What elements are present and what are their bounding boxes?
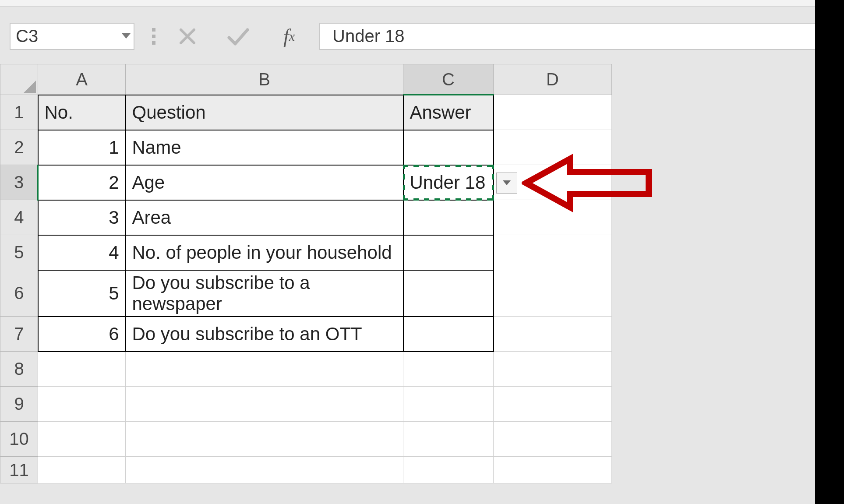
- row-header-2[interactable]: 2: [0, 130, 38, 165]
- col-header-B[interactable]: B: [126, 64, 403, 95]
- cell-C4[interactable]: [403, 200, 494, 235]
- col-header-C[interactable]: C: [403, 64, 494, 95]
- cancel-icon[interactable]: [175, 24, 200, 49]
- cell-A7[interactable]: 6: [38, 317, 126, 352]
- window-top-strip: [0, 0, 844, 7]
- worksheet[interactable]: A B C D 1 No. Question Answer 2 1 Name: [0, 64, 844, 504]
- cell-C5[interactable]: [403, 235, 494, 270]
- cell-C9[interactable]: [403, 387, 494, 422]
- cell-B5[interactable]: No. of people in your household: [126, 235, 403, 270]
- formula-input-value: Under 18: [332, 26, 405, 46]
- cell-C10[interactable]: [403, 422, 494, 457]
- row-header-7[interactable]: 7: [0, 317, 38, 352]
- cell-A10[interactable]: [38, 422, 126, 457]
- cell-D11[interactable]: [494, 457, 612, 483]
- row-header-1[interactable]: 1: [0, 95, 38, 130]
- cell-D6[interactable]: [494, 270, 612, 317]
- cell-D2[interactable]: [494, 130, 612, 165]
- row-header-10[interactable]: 10: [0, 422, 38, 457]
- formula-bar: C3 fx Under 18: [0, 18, 844, 55]
- formula-bar-buttons: fx: [175, 24, 302, 49]
- select-all-corner[interactable]: [0, 64, 38, 95]
- fx-icon[interactable]: fx: [276, 24, 302, 49]
- grid-table: A B C D 1 No. Question Answer 2 1 Name: [0, 64, 612, 483]
- name-box-value: C3: [16, 26, 38, 46]
- svg-marker-1: [503, 180, 511, 185]
- col-header-D[interactable]: D: [494, 64, 612, 95]
- cell-D9[interactable]: [494, 387, 612, 422]
- cell-C6[interactable]: [403, 270, 494, 317]
- cell-A3[interactable]: 2: [38, 165, 126, 200]
- cell-B1[interactable]: Question: [126, 95, 403, 130]
- cell-D1[interactable]: [494, 95, 612, 130]
- row-header-8[interactable]: 8: [0, 352, 38, 387]
- cell-D4[interactable]: [494, 200, 612, 235]
- cell-A5[interactable]: 4: [38, 235, 126, 270]
- cell-C1[interactable]: Answer: [403, 95, 494, 130]
- cell-D8[interactable]: [494, 352, 612, 387]
- svg-marker-0: [122, 33, 131, 39]
- cell-A8[interactable]: [38, 352, 126, 387]
- cell-A4[interactable]: 3: [38, 200, 126, 235]
- name-box[interactable]: C3: [10, 23, 134, 50]
- cell-B4[interactable]: Area: [126, 200, 403, 235]
- row-header-5[interactable]: 5: [0, 235, 38, 270]
- cell-D5[interactable]: [494, 235, 612, 270]
- row-header-9[interactable]: 9: [0, 387, 38, 422]
- chevron-down-icon: [503, 180, 511, 186]
- row-header-4[interactable]: 4: [0, 200, 38, 235]
- col-header-A[interactable]: A: [38, 64, 126, 95]
- enter-icon[interactable]: [226, 24, 251, 49]
- formula-input[interactable]: Under 18: [319, 23, 844, 50]
- cell-A2[interactable]: 1: [38, 130, 126, 165]
- crop-black-edge: [815, 0, 844, 504]
- row-header-11[interactable]: 11: [0, 457, 38, 483]
- cell-D10[interactable]: [494, 422, 612, 457]
- name-box-dropdown-icon[interactable]: [120, 24, 133, 49]
- cell-B10[interactable]: [126, 422, 403, 457]
- cell-A6[interactable]: 5: [38, 270, 126, 317]
- cell-B8[interactable]: [126, 352, 403, 387]
- cell-B6[interactable]: Do you subscribe to a newspaper: [126, 270, 403, 317]
- cell-A9[interactable]: [38, 387, 126, 422]
- cell-B2[interactable]: Name: [126, 130, 403, 165]
- cell-D7[interactable]: [494, 317, 612, 352]
- cell-C2[interactable]: [403, 130, 494, 165]
- cell-C7[interactable]: [403, 317, 494, 352]
- cell-A1[interactable]: No.: [38, 95, 126, 130]
- cell-C8[interactable]: [403, 352, 494, 387]
- formula-bar-grip-icon: [145, 28, 162, 45]
- cell-B9[interactable]: [126, 387, 403, 422]
- cell-B11[interactable]: [126, 457, 403, 483]
- cell-C3[interactable]: Under 18: [403, 165, 494, 200]
- row-header-6[interactable]: 6: [0, 270, 38, 317]
- row-header-3[interactable]: 3: [0, 165, 38, 200]
- cell-A11[interactable]: [38, 457, 126, 483]
- cell-B7[interactable]: Do you subscribe to an OTT: [126, 317, 403, 352]
- data-validation-dropdown-button[interactable]: [496, 173, 517, 194]
- cell-C11[interactable]: [403, 457, 494, 483]
- cell-B3[interactable]: Age: [126, 165, 403, 200]
